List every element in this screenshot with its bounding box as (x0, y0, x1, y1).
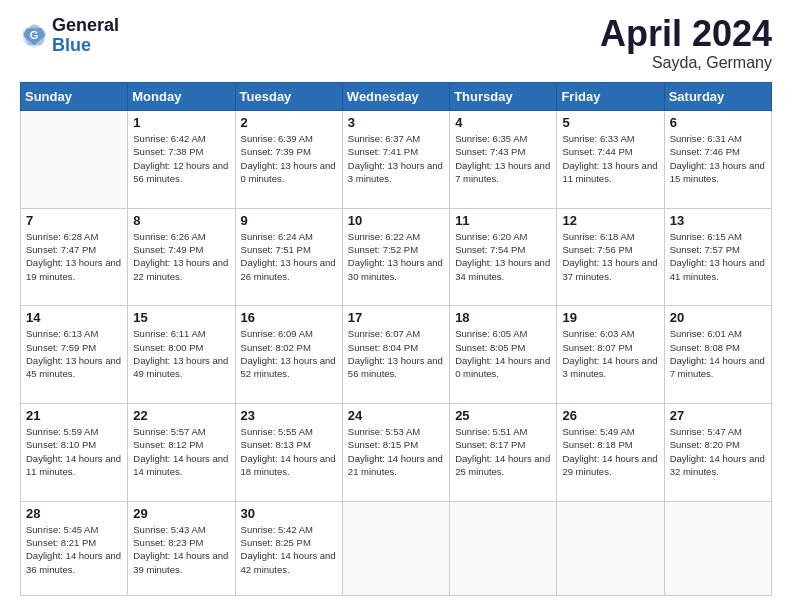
calendar-cell: 12Sunrise: 6:18 AM Sunset: 7:56 PM Dayli… (557, 208, 664, 306)
day-number: 30 (241, 506, 337, 521)
calendar-week-3: 14Sunrise: 6:13 AM Sunset: 7:59 PM Dayli… (21, 306, 772, 404)
day-number: 8 (133, 213, 229, 228)
calendar-week-2: 7Sunrise: 6:28 AM Sunset: 7:47 PM Daylig… (21, 208, 772, 306)
day-info: Sunrise: 6:39 AM Sunset: 7:39 PM Dayligh… (241, 132, 337, 185)
calendar-cell: 25Sunrise: 5:51 AM Sunset: 8:17 PM Dayli… (450, 403, 557, 501)
calendar-cell (450, 501, 557, 595)
day-number: 29 (133, 506, 229, 521)
calendar-cell: 2Sunrise: 6:39 AM Sunset: 7:39 PM Daylig… (235, 111, 342, 209)
calendar-cell: 4Sunrise: 6:35 AM Sunset: 7:43 PM Daylig… (450, 111, 557, 209)
calendar-header-thursday: Thursday (450, 83, 557, 111)
day-number: 5 (562, 115, 658, 130)
calendar-cell: 30Sunrise: 5:42 AM Sunset: 8:25 PM Dayli… (235, 501, 342, 595)
day-number: 13 (670, 213, 766, 228)
day-info: Sunrise: 5:59 AM Sunset: 8:10 PM Dayligh… (26, 425, 122, 478)
day-number: 27 (670, 408, 766, 423)
day-number: 7 (26, 213, 122, 228)
calendar-cell: 9Sunrise: 6:24 AM Sunset: 7:51 PM Daylig… (235, 208, 342, 306)
calendar-header-tuesday: Tuesday (235, 83, 342, 111)
day-info: Sunrise: 5:43 AM Sunset: 8:23 PM Dayligh… (133, 523, 229, 576)
calendar-cell: 5Sunrise: 6:33 AM Sunset: 7:44 PM Daylig… (557, 111, 664, 209)
day-info: Sunrise: 5:42 AM Sunset: 8:25 PM Dayligh… (241, 523, 337, 576)
calendar-cell: 8Sunrise: 6:26 AM Sunset: 7:49 PM Daylig… (128, 208, 235, 306)
calendar-cell: 21Sunrise: 5:59 AM Sunset: 8:10 PM Dayli… (21, 403, 128, 501)
day-number: 21 (26, 408, 122, 423)
day-info: Sunrise: 6:13 AM Sunset: 7:59 PM Dayligh… (26, 327, 122, 380)
day-number: 14 (26, 310, 122, 325)
day-info: Sunrise: 5:51 AM Sunset: 8:17 PM Dayligh… (455, 425, 551, 478)
calendar-cell: 24Sunrise: 5:53 AM Sunset: 8:15 PM Dayli… (342, 403, 449, 501)
calendar-cell: 26Sunrise: 5:49 AM Sunset: 8:18 PM Dayli… (557, 403, 664, 501)
calendar-header-saturday: Saturday (664, 83, 771, 111)
day-info: Sunrise: 5:55 AM Sunset: 8:13 PM Dayligh… (241, 425, 337, 478)
day-number: 25 (455, 408, 551, 423)
calendar-header-row: SundayMondayTuesdayWednesdayThursdayFrid… (21, 83, 772, 111)
logo: G General Blue (20, 16, 119, 56)
day-number: 24 (348, 408, 444, 423)
day-info: Sunrise: 6:35 AM Sunset: 7:43 PM Dayligh… (455, 132, 551, 185)
day-info: Sunrise: 6:05 AM Sunset: 8:05 PM Dayligh… (455, 327, 551, 380)
calendar-week-1: 1Sunrise: 6:42 AM Sunset: 7:38 PM Daylig… (21, 111, 772, 209)
logo-icon: G (20, 22, 48, 50)
calendar-cell: 11Sunrise: 6:20 AM Sunset: 7:54 PM Dayli… (450, 208, 557, 306)
calendar-cell: 27Sunrise: 5:47 AM Sunset: 8:20 PM Dayli… (664, 403, 771, 501)
day-number: 4 (455, 115, 551, 130)
day-info: Sunrise: 6:20 AM Sunset: 7:54 PM Dayligh… (455, 230, 551, 283)
day-number: 6 (670, 115, 766, 130)
calendar-cell: 20Sunrise: 6:01 AM Sunset: 8:08 PM Dayli… (664, 306, 771, 404)
day-number: 15 (133, 310, 229, 325)
day-number: 3 (348, 115, 444, 130)
day-info: Sunrise: 5:49 AM Sunset: 8:18 PM Dayligh… (562, 425, 658, 478)
day-number: 2 (241, 115, 337, 130)
day-info: Sunrise: 6:33 AM Sunset: 7:44 PM Dayligh… (562, 132, 658, 185)
day-info: Sunrise: 5:53 AM Sunset: 8:15 PM Dayligh… (348, 425, 444, 478)
day-number: 22 (133, 408, 229, 423)
calendar-cell: 10Sunrise: 6:22 AM Sunset: 7:52 PM Dayli… (342, 208, 449, 306)
calendar-cell: 22Sunrise: 5:57 AM Sunset: 8:12 PM Dayli… (128, 403, 235, 501)
calendar-cell: 7Sunrise: 6:28 AM Sunset: 7:47 PM Daylig… (21, 208, 128, 306)
day-number: 10 (348, 213, 444, 228)
calendar-header-wednesday: Wednesday (342, 83, 449, 111)
calendar-cell: 16Sunrise: 6:09 AM Sunset: 8:02 PM Dayli… (235, 306, 342, 404)
calendar-cell: 29Sunrise: 5:43 AM Sunset: 8:23 PM Dayli… (128, 501, 235, 595)
day-number: 19 (562, 310, 658, 325)
day-info: Sunrise: 5:45 AM Sunset: 8:21 PM Dayligh… (26, 523, 122, 576)
day-number: 23 (241, 408, 337, 423)
day-number: 16 (241, 310, 337, 325)
calendar-cell: 23Sunrise: 5:55 AM Sunset: 8:13 PM Dayli… (235, 403, 342, 501)
calendar-cell (21, 111, 128, 209)
calendar-table: SundayMondayTuesdayWednesdayThursdayFrid… (20, 82, 772, 596)
calendar-cell: 19Sunrise: 6:03 AM Sunset: 8:07 PM Dayli… (557, 306, 664, 404)
svg-text:G: G (30, 29, 38, 41)
calendar-cell: 14Sunrise: 6:13 AM Sunset: 7:59 PM Dayli… (21, 306, 128, 404)
calendar-cell: 28Sunrise: 5:45 AM Sunset: 8:21 PM Dayli… (21, 501, 128, 595)
logo-text: General Blue (52, 16, 119, 56)
day-info: Sunrise: 6:01 AM Sunset: 8:08 PM Dayligh… (670, 327, 766, 380)
day-number: 12 (562, 213, 658, 228)
day-number: 28 (26, 506, 122, 521)
calendar-cell: 13Sunrise: 6:15 AM Sunset: 7:57 PM Dayli… (664, 208, 771, 306)
page: G General Blue April 2024 Sayda, Germany… (0, 0, 792, 612)
calendar-header-sunday: Sunday (21, 83, 128, 111)
day-number: 20 (670, 310, 766, 325)
day-number: 9 (241, 213, 337, 228)
calendar-cell: 3Sunrise: 6:37 AM Sunset: 7:41 PM Daylig… (342, 111, 449, 209)
calendar-cell (664, 501, 771, 595)
calendar-cell: 1Sunrise: 6:42 AM Sunset: 7:38 PM Daylig… (128, 111, 235, 209)
calendar-cell: 18Sunrise: 6:05 AM Sunset: 8:05 PM Dayli… (450, 306, 557, 404)
calendar-week-4: 21Sunrise: 5:59 AM Sunset: 8:10 PM Dayli… (21, 403, 772, 501)
day-number: 26 (562, 408, 658, 423)
calendar-cell: 6Sunrise: 6:31 AM Sunset: 7:46 PM Daylig… (664, 111, 771, 209)
month-title: April 2024 (600, 16, 772, 52)
day-number: 11 (455, 213, 551, 228)
calendar-cell (342, 501, 449, 595)
day-info: Sunrise: 6:09 AM Sunset: 8:02 PM Dayligh… (241, 327, 337, 380)
day-info: Sunrise: 6:03 AM Sunset: 8:07 PM Dayligh… (562, 327, 658, 380)
calendar-header-monday: Monday (128, 83, 235, 111)
header: G General Blue April 2024 Sayda, Germany (20, 16, 772, 72)
day-number: 17 (348, 310, 444, 325)
day-info: Sunrise: 5:57 AM Sunset: 8:12 PM Dayligh… (133, 425, 229, 478)
calendar-cell: 15Sunrise: 6:11 AM Sunset: 8:00 PM Dayli… (128, 306, 235, 404)
location-title: Sayda, Germany (600, 54, 772, 72)
day-info: Sunrise: 6:28 AM Sunset: 7:47 PM Dayligh… (26, 230, 122, 283)
